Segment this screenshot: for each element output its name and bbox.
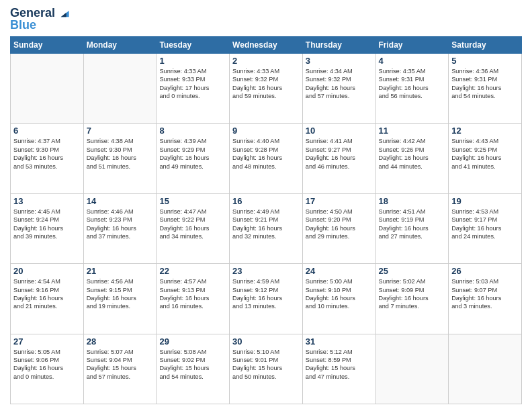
- day-details: Sunrise: 4:41 AM Sunset: 9:27 PM Dayligh…: [306, 137, 373, 171]
- header: General Blue: [10, 7, 522, 32]
- day-number: 7: [87, 126, 154, 136]
- calendar-table: SundayMondayTuesdayWednesdayThursdayFrid…: [10, 36, 522, 404]
- day-number: 28: [87, 336, 154, 347]
- day-details: Sunrise: 4:40 AM Sunset: 9:28 PM Dayligh…: [232, 137, 300, 171]
- day-details: Sunrise: 4:59 AM Sunset: 9:12 PM Dayligh…: [232, 277, 300, 311]
- calendar-cell: 4Sunrise: 4:35 AM Sunset: 9:31 PM Daylig…: [375, 53, 449, 123]
- calendar-cell: 20Sunrise: 4:54 AM Sunset: 9:16 PM Dayli…: [11, 264, 84, 334]
- day-number: 21: [87, 266, 154, 276]
- calendar-cell: 12Sunrise: 4:43 AM Sunset: 9:25 PM Dayli…: [449, 124, 522, 193]
- day-details: Sunrise: 4:42 AM Sunset: 9:26 PM Dayligh…: [379, 137, 446, 171]
- day-details: Sunrise: 5:07 AM Sunset: 9:04 PM Dayligh…: [87, 348, 154, 381]
- day-number: 15: [159, 196, 226, 206]
- calendar-cell: 26Sunrise: 5:03 AM Sunset: 9:07 PM Dayli…: [449, 264, 522, 334]
- day-details: Sunrise: 4:47 AM Sunset: 9:22 PM Dayligh…: [159, 208, 226, 241]
- calendar-cell: 19Sunrise: 4:53 AM Sunset: 9:17 PM Dayli…: [449, 193, 522, 263]
- calendar-cell: 10Sunrise: 4:41 AM Sunset: 9:27 PM Dayli…: [302, 124, 375, 193]
- day-number: 3: [306, 56, 373, 66]
- day-number: 29: [159, 336, 226, 347]
- calendar-cell: 6Sunrise: 4:37 AM Sunset: 9:30 PM Daylig…: [11, 124, 84, 193]
- calendar-cell: 25Sunrise: 5:02 AM Sunset: 9:09 PM Dayli…: [375, 264, 449, 334]
- day-details: Sunrise: 4:39 AM Sunset: 9:29 PM Dayligh…: [159, 137, 226, 171]
- logo-blue-text: Blue: [10, 19, 36, 32]
- calendar-cell: 2Sunrise: 4:33 AM Sunset: 9:32 PM Daylig…: [230, 53, 303, 123]
- calendar-cell: 13Sunrise: 4:45 AM Sunset: 9:24 PM Dayli…: [11, 193, 84, 263]
- calendar-cell: [449, 334, 522, 404]
- day-details: Sunrise: 5:10 AM Sunset: 9:01 PM Dayligh…: [232, 348, 300, 381]
- day-details: Sunrise: 4:34 AM Sunset: 9:32 PM Dayligh…: [306, 67, 373, 101]
- calendar-header-saturday: Saturday: [449, 36, 522, 53]
- day-details: Sunrise: 4:35 AM Sunset: 9:31 PM Dayligh…: [379, 67, 446, 101]
- day-details: Sunrise: 5:05 AM Sunset: 9:06 PM Dayligh…: [13, 348, 81, 381]
- day-number: 27: [13, 336, 81, 347]
- day-number: 17: [306, 196, 373, 206]
- day-details: Sunrise: 4:50 AM Sunset: 9:20 PM Dayligh…: [306, 208, 373, 241]
- calendar-cell: 18Sunrise: 4:51 AM Sunset: 9:19 PM Dayli…: [375, 193, 449, 263]
- day-number: 16: [232, 196, 300, 206]
- calendar-cell: 11Sunrise: 4:42 AM Sunset: 9:26 PM Dayli…: [375, 124, 449, 193]
- day-details: Sunrise: 4:45 AM Sunset: 9:24 PM Dayligh…: [13, 208, 81, 241]
- calendar-cell: 17Sunrise: 4:50 AM Sunset: 9:20 PM Dayli…: [302, 193, 375, 263]
- day-number: 30: [232, 336, 300, 347]
- calendar-cell: 21Sunrise: 4:56 AM Sunset: 9:15 PM Dayli…: [83, 264, 157, 334]
- day-number: 24: [306, 266, 373, 276]
- calendar-cell: 31Sunrise: 5:12 AM Sunset: 8:59 PM Dayli…: [302, 334, 375, 404]
- day-details: Sunrise: 4:57 AM Sunset: 9:13 PM Dayligh…: [159, 277, 226, 311]
- calendar-cell: 14Sunrise: 4:46 AM Sunset: 9:23 PM Dayli…: [83, 193, 157, 263]
- day-number: 12: [451, 126, 519, 136]
- calendar-cell: [11, 53, 84, 123]
- calendar-header-tuesday: Tuesday: [157, 36, 230, 53]
- day-number: 19: [451, 196, 519, 206]
- week-row-3: 13Sunrise: 4:45 AM Sunset: 9:24 PM Dayli…: [11, 193, 522, 263]
- calendar-cell: 5Sunrise: 4:36 AM Sunset: 9:31 PM Daylig…: [449, 53, 522, 123]
- page: General Blue SundayMondayTuesdayWednesda…: [0, 0, 532, 411]
- calendar-header-friday: Friday: [375, 36, 449, 53]
- logo-icon: [56, 7, 70, 20]
- day-number: 2: [232, 56, 300, 66]
- calendar-cell: 9Sunrise: 4:40 AM Sunset: 9:28 PM Daylig…: [230, 124, 303, 193]
- day-number: 10: [306, 126, 373, 136]
- day-number: 1: [159, 56, 226, 66]
- day-number: 9: [232, 126, 300, 136]
- calendar-cell: 3Sunrise: 4:34 AM Sunset: 9:32 PM Daylig…: [302, 53, 375, 123]
- day-details: Sunrise: 4:46 AM Sunset: 9:23 PM Dayligh…: [87, 208, 154, 241]
- calendar-cell: 28Sunrise: 5:07 AM Sunset: 9:04 PM Dayli…: [83, 334, 157, 404]
- day-details: Sunrise: 5:02 AM Sunset: 9:09 PM Dayligh…: [379, 277, 446, 311]
- day-number: 23: [232, 266, 300, 276]
- day-number: 8: [159, 126, 226, 136]
- calendar-cell: 22Sunrise: 4:57 AM Sunset: 9:13 PM Dayli…: [157, 264, 230, 334]
- week-row-2: 6Sunrise: 4:37 AM Sunset: 9:30 PM Daylig…: [11, 124, 522, 193]
- svg-marker-1: [61, 13, 66, 17]
- calendar-cell: 29Sunrise: 5:08 AM Sunset: 9:02 PM Dayli…: [157, 334, 230, 404]
- day-details: Sunrise: 4:53 AM Sunset: 9:17 PM Dayligh…: [451, 208, 519, 241]
- day-details: Sunrise: 4:37 AM Sunset: 9:30 PM Dayligh…: [13, 137, 81, 171]
- calendar-cell: 24Sunrise: 5:00 AM Sunset: 9:10 PM Dayli…: [302, 264, 375, 334]
- day-details: Sunrise: 4:33 AM Sunset: 9:33 PM Dayligh…: [159, 67, 226, 101]
- day-details: Sunrise: 5:12 AM Sunset: 8:59 PM Dayligh…: [306, 348, 373, 381]
- calendar-cell: [83, 53, 157, 123]
- day-details: Sunrise: 4:36 AM Sunset: 9:31 PM Dayligh…: [451, 67, 519, 101]
- calendar-header-monday: Monday: [83, 36, 157, 53]
- calendar-header-row: SundayMondayTuesdayWednesdayThursdayFrid…: [11, 36, 522, 53]
- day-number: 22: [159, 266, 226, 276]
- calendar-cell: 30Sunrise: 5:10 AM Sunset: 9:01 PM Dayli…: [230, 334, 303, 404]
- week-row-4: 20Sunrise: 4:54 AM Sunset: 9:16 PM Dayli…: [11, 264, 522, 334]
- day-number: 26: [451, 266, 519, 276]
- logo: General Blue: [10, 7, 70, 32]
- calendar-cell: [375, 334, 449, 404]
- day-details: Sunrise: 4:33 AM Sunset: 9:32 PM Dayligh…: [232, 67, 300, 101]
- day-details: Sunrise: 5:08 AM Sunset: 9:02 PM Dayligh…: [159, 348, 226, 381]
- day-number: 6: [13, 126, 81, 136]
- day-number: 20: [13, 266, 81, 276]
- day-number: 31: [306, 336, 373, 347]
- calendar-cell: 16Sunrise: 4:49 AM Sunset: 9:21 PM Dayli…: [230, 193, 303, 263]
- day-details: Sunrise: 4:49 AM Sunset: 9:21 PM Dayligh…: [232, 208, 300, 241]
- day-details: Sunrise: 4:51 AM Sunset: 9:19 PM Dayligh…: [379, 208, 446, 241]
- calendar-cell: 15Sunrise: 4:47 AM Sunset: 9:22 PM Dayli…: [157, 193, 230, 263]
- calendar-header-wednesday: Wednesday: [230, 36, 303, 53]
- week-row-5: 27Sunrise: 5:05 AM Sunset: 9:06 PM Dayli…: [11, 334, 522, 404]
- day-details: Sunrise: 4:56 AM Sunset: 9:15 PM Dayligh…: [87, 277, 154, 311]
- day-number: 11: [379, 126, 446, 136]
- day-details: Sunrise: 4:38 AM Sunset: 9:30 PM Dayligh…: [87, 137, 154, 171]
- week-row-1: 1Sunrise: 4:33 AM Sunset: 9:33 PM Daylig…: [11, 53, 522, 123]
